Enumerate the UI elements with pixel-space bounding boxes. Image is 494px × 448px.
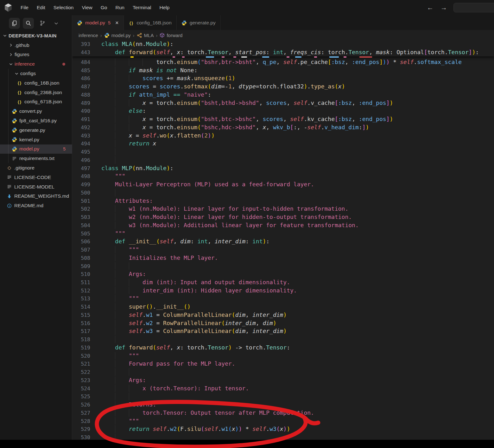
code-line-496[interactable]: 496 <box>72 156 494 164</box>
code-line-526[interactable]: 526 Returns: <box>72 400 494 409</box>
line-number[interactable]: 511 <box>72 278 90 287</box>
tree-item-config_236B.json[interactable]: { }config_236B.json <box>0 88 72 97</box>
line-number[interactable]: 498 <box>72 172 90 181</box>
code-line-498[interactable]: 498 """ <box>72 172 494 180</box>
code-line-521[interactable]: 521 Forward pass for the MLP layer. <box>72 360 494 368</box>
code-line-520[interactable]: 520 """ <box>72 352 494 360</box>
code-line-443[interactable]: 443 def forward(self, x: torch.Tensor, s… <box>72 48 494 56</box>
breadcrumb-item-model.py[interactable]: model.py <box>104 33 131 38</box>
tree-root[interactable]: DEEPSEEK-V3-MAIN <box>0 31 72 41</box>
code-line-513[interactable]: 513 """ <box>72 294 494 303</box>
git-branch-icon[interactable] <box>37 18 48 29</box>
code-line-501[interactable]: 501 Attributes: <box>72 197 494 205</box>
line-number[interactable]: 530 <box>72 433 90 440</box>
line-number[interactable]: 494 <box>72 140 90 148</box>
line-number[interactable]: 528 <box>72 417 90 426</box>
tree-item-configs[interactable]: configs <box>0 69 72 78</box>
code-line-499[interactable]: 499 Multi-Layer Perceptron (MLP) used as… <box>72 180 494 189</box>
code-line-529[interactable]: 529 return self.w2(F.silu(self.w1(x)) * … <box>72 425 494 433</box>
line-number[interactable]: 517 <box>72 327 90 336</box>
code-line-518[interactable]: 518 <box>72 335 494 343</box>
tree-item-requirements.txt[interactable]: requirements.txt <box>0 154 72 163</box>
tree-item-.github[interactable]: .github <box>0 41 72 50</box>
line-number[interactable]: 529 <box>72 425 90 433</box>
line-number[interactable]: 508 <box>72 254 90 262</box>
code-line-490[interactable]: 490 else: <box>72 107 494 115</box>
tab-model.py[interactable]: model.py5× <box>72 15 124 30</box>
line-number[interactable]: 502 <box>72 205 90 213</box>
code-line-493[interactable]: 493 x = self.wo(x.flatten(2)) <box>72 131 494 140</box>
line-number[interactable]: 527 <box>72 409 90 417</box>
line-number[interactable]: 514 <box>72 303 90 311</box>
chevron-down-icon[interactable] <box>51 18 62 29</box>
line-number[interactable]: 526 <box>72 401 90 409</box>
tree-item-fp8_cast_bf16.py[interactable]: fp8_cast_bf16.py <box>0 116 72 125</box>
code-line-522[interactable]: 522 <box>72 368 494 376</box>
code-line-495[interactable]: 495 <box>72 148 494 156</box>
line-number[interactable]: 393 <box>72 40 90 48</box>
back-arrow-icon[interactable]: ← <box>427 4 434 11</box>
code-line-503[interactable]: 503 w2 (nn.Module): Linear layer for hid… <box>72 213 494 221</box>
line-number[interactable]: 518 <box>72 336 90 344</box>
line-number[interactable]: 506 <box>72 238 90 246</box>
code-line-523[interactable]: 523 Args: <box>72 376 494 384</box>
line-number[interactable]: 496 <box>72 156 90 164</box>
line-number[interactable]: 509 <box>72 262 90 271</box>
line-number[interactable]: 516 <box>72 319 90 328</box>
line-number[interactable]: 503 <box>72 213 90 221</box>
code-line-528[interactable]: 528 """ <box>72 417 494 425</box>
tab-config_16B.json[interactable]: { }config_16B.json <box>124 15 177 30</box>
line-number[interactable]: 488 <box>72 91 90 99</box>
line-number[interactable]: 513 <box>72 295 90 303</box>
code-line-519[interactable]: 519 def forward(self, x: torch.Tensor) -… <box>72 343 494 352</box>
code-line-511[interactable]: 511 dim (int): Input and output dimensio… <box>72 278 494 286</box>
tree-item-inference[interactable]: inference <box>0 59 72 69</box>
line-number[interactable]: 520 <box>72 352 90 360</box>
tree-item-LICENSE-MODEL[interactable]: LICENSE-MODEL <box>0 182 72 192</box>
code-line-485[interactable]: 485 if mask is not None: <box>72 66 494 74</box>
line-number[interactable]: 523 <box>72 376 90 385</box>
tree-item-.gitignore[interactable]: .gitignore <box>0 163 72 173</box>
line-number[interactable]: 505 <box>72 230 90 238</box>
line-number[interactable]: 487 <box>72 83 90 91</box>
code-line-487[interactable]: 487 scores = scores.softmax(dim=-1, dtyp… <box>72 82 494 91</box>
line-number[interactable]: 500 <box>72 189 90 197</box>
breadcrumb-item-inference[interactable]: inference <box>79 33 98 38</box>
code-line-504[interactable]: 504 w3 (nn.Module): Additional linear la… <box>72 221 494 229</box>
breadcrumb-item-MLA[interactable]: MLA <box>137 33 154 38</box>
code-line-517[interactable]: 517 self.w3 = ColumnParallelLinear(dim, … <box>72 327 494 335</box>
menu-item-help[interactable]: Help <box>155 3 174 12</box>
line-number[interactable]: 493 <box>72 132 90 140</box>
line-number[interactable]: 522 <box>72 368 90 376</box>
code-line-505[interactable]: 505 """ <box>72 229 494 238</box>
line-number[interactable]: 443 <box>72 48 90 57</box>
code-line-489[interactable]: 489 x = torch.einsum("bsht,bthd->bshd", … <box>72 99 494 107</box>
line-number[interactable]: 491 <box>72 115 90 124</box>
tree-item-LICENSE-CODE[interactable]: LICENSE-CODE <box>0 173 72 182</box>
line-number[interactable]: 486 <box>72 74 90 83</box>
code-line-497[interactable]: 497class MLP(nn.Module): <box>72 164 494 172</box>
code-line-512[interactable]: 512 inter_dim (int): Hidden layer dimens… <box>72 286 494 295</box>
tree-item-README_WEIGHTS.md[interactable]: README_WEIGHTS.md <box>0 192 72 201</box>
line-number[interactable]: 492 <box>72 124 90 132</box>
search-icon[interactable] <box>23 18 34 29</box>
line-number[interactable]: 497 <box>72 164 90 173</box>
tree-item-convert.py[interactable]: convert.py <box>0 106 72 116</box>
line-number[interactable]: 525 <box>72 393 90 401</box>
menu-item-run[interactable]: Run <box>111 3 128 12</box>
menu-item-view[interactable]: View <box>78 3 96 12</box>
code-line-509[interactable]: 509 <box>72 262 494 270</box>
line-number[interactable]: 485 <box>72 67 90 75</box>
line-number[interactable]: 490 <box>72 107 90 115</box>
code-line-393[interactable]: 393class MLA(nn.Module): <box>72 40 494 48</box>
code-line-492[interactable]: 492 x = torch.einsum("bshc,hdc->bshd", x… <box>72 123 494 131</box>
tree-item-README.md[interactable]: README.md <box>0 201 72 210</box>
line-number[interactable]: 495 <box>72 148 90 156</box>
tree-item-kernel.py[interactable]: kernel.py <box>0 135 72 144</box>
tree-item-config_671B.json[interactable]: { }config_671B.json <box>0 97 72 107</box>
copy-files-icon[interactable] <box>9 18 20 29</box>
menu-item-terminal[interactable]: Terminal <box>129 3 155 12</box>
code-line-506[interactable]: 506 def __init__(self, dim: int, inter_d… <box>72 237 494 246</box>
line-number[interactable]: 499 <box>72 181 90 189</box>
code-line-527[interactable]: 527 torch.Tensor: Output tensor after ML… <box>72 409 494 417</box>
